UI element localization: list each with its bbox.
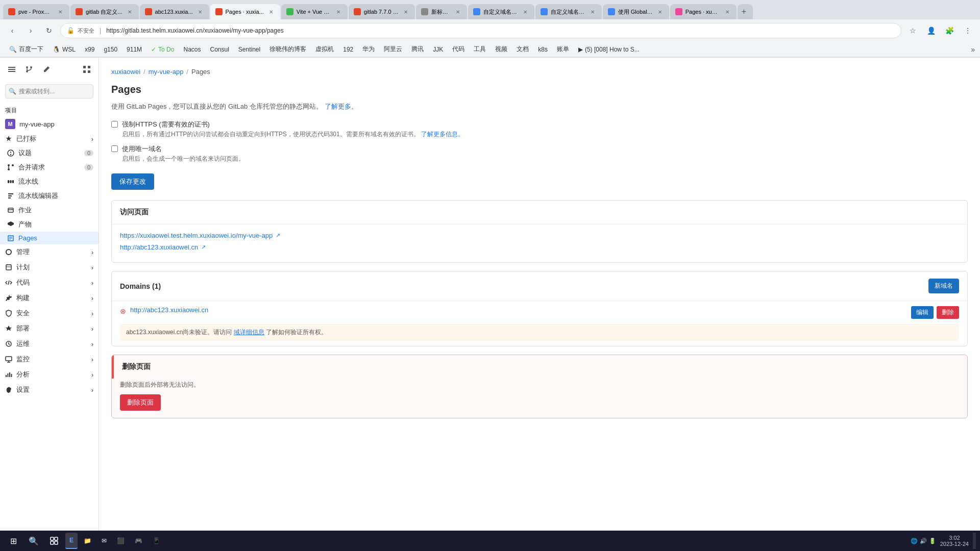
reload-button[interactable]: ↻ <box>42 23 56 38</box>
sidebar-item-ops[interactable]: 运维 › <box>0 336 99 352</box>
breadcrumb-my-vue-app[interactable]: my-vue-app <box>149 68 184 76</box>
bookmark-code[interactable]: 代码 <box>448 44 469 55</box>
bookmark-bills[interactable]: 账单 <box>553 44 573 55</box>
tab-close-icon[interactable]: ✕ <box>267 8 275 16</box>
tab-close-icon[interactable]: ✕ <box>126 8 134 16</box>
edit-icon-btn[interactable] <box>39 62 54 77</box>
visit-link-io[interactable]: https://xuxiaowei.test.helm.xuxiaowei.io… <box>120 232 959 239</box>
app-taskbar-2[interactable]: 📱 <box>149 533 164 549</box>
bookmark-sentinel[interactable]: Sentinel <box>234 45 264 54</box>
sidebar-item-code[interactable]: 代码 › <box>0 275 99 290</box>
browser-tab[interactable]: abc123.xuxia... ✕ <box>140 4 209 19</box>
volume-icon[interactable]: 🔊 <box>920 538 927 544</box>
domain-url-link[interactable]: http://abc123.xuxiaowei.cn <box>130 306 907 314</box>
tab-close-icon[interactable]: ✕ <box>589 8 597 16</box>
show-desktop-button[interactable] <box>973 533 976 549</box>
tab-close-icon[interactable]: ✕ <box>56 8 64 16</box>
terminal-taskbar-app[interactable]: ⬛ <box>113 533 129 549</box>
address-bar[interactable]: 🔓 不安全 | https://gitlab.test.helm.xuxiaow… <box>60 23 901 38</box>
new-tab-button[interactable]: + <box>738 4 753 19</box>
bookmark-tools[interactable]: 工具 <box>470 44 490 55</box>
taskbar-time[interactable]: 3:02 2023-12-24 <box>940 535 969 547</box>
bookmark-g150[interactable]: g150 <box>100 45 121 54</box>
network-icon[interactable]: 🌐 <box>911 538 918 544</box>
browser-tab[interactable]: 自定义域名和... ✕ <box>535 4 602 19</box>
learn-more-link[interactable]: 了解更多。 <box>325 103 358 110</box>
sidebar-item-build[interactable]: 构建 › <box>0 290 99 306</box>
sidebar-item-monitor[interactable]: 监控 › <box>0 352 99 367</box>
bookmark-video[interactable]: 视频 <box>491 44 511 55</box>
sidebar-item-issues[interactable]: 议题 0 <box>0 146 99 160</box>
tab-close-icon[interactable]: ✕ <box>196 8 204 16</box>
domain-delete-button[interactable]: 删除 <box>937 306 959 319</box>
browser-tab-active[interactable]: Pages · xuxia... ✕ <box>210 4 280 19</box>
task-view-button[interactable] <box>45 533 63 549</box>
back-button[interactable]: ‹ <box>5 23 19 38</box>
browser-tab[interactable]: gitlab 7.7.0 -... ✕ <box>349 4 415 19</box>
forward-button[interactable]: › <box>23 23 38 38</box>
profile-button[interactable]: 👤 <box>924 23 938 38</box>
sidebar-item-deploy[interactable]: 部署 › <box>0 321 99 336</box>
browser-tab[interactable]: gitlab 自定义... ✕ <box>70 4 139 19</box>
https-checkbox[interactable] <box>111 121 118 128</box>
grid-icon-btn[interactable] <box>79 62 94 77</box>
tab-close-icon[interactable]: ✕ <box>334 8 342 16</box>
https-learn-more-link[interactable]: 了解更多信息。 <box>421 131 464 138</box>
explorer-taskbar-app[interactable]: 📁 <box>80 533 95 549</box>
bookmarks-more-icon[interactable]: » <box>971 45 975 54</box>
unique-domain-checkbox[interactable] <box>111 145 118 152</box>
bookmark-button[interactable]: ☆ <box>905 23 920 38</box>
bookmark-nacos[interactable]: Nacos <box>179 45 205 54</box>
browser-tab[interactable]: Pages · xuxia... ✕ <box>670 4 737 19</box>
edge-taskbar-app[interactable]: E <box>65 533 78 549</box>
browser-tab[interactable]: Vite + Vue + ... ✕ <box>281 4 348 19</box>
extensions-button[interactable]: 🧩 <box>942 23 957 38</box>
tab-close-icon[interactable]: ✕ <box>454 8 462 16</box>
browser-tab[interactable]: 使用 Globals ... ✕ <box>603 4 669 19</box>
app-taskbar-1[interactable]: 🎮 <box>131 533 146 549</box>
bookmark-192[interactable]: 192 <box>339 45 357 54</box>
bookmark-wsl[interactable]: 🐧 WSL <box>48 45 80 54</box>
sidebar-item-settings[interactable]: 设置 › <box>0 382 99 397</box>
visit-link-cn[interactable]: http://abc123.xuxiaowei.cn ↗ <box>120 243 959 251</box>
breadcrumb-xuxiaowei[interactable]: xuxiaowei <box>111 68 140 76</box>
sidebar-item-bookmarked[interactable]: 已打标 › <box>0 132 99 146</box>
tab-close-icon[interactable]: ✕ <box>723 8 731 16</box>
tab-close-icon[interactable]: ✕ <box>656 8 664 16</box>
bookmark-vm[interactable]: 虚拟机 <box>311 44 338 55</box>
sidebar-item-admin[interactable]: 管理 › <box>0 244 99 260</box>
browser-tab[interactable]: 自定义域名和... ✕ <box>468 4 534 19</box>
bookmark-k8s[interactable]: k8s <box>534 45 552 54</box>
search-input[interactable] <box>5 84 93 98</box>
browser-tab[interactable]: 新标签页 ✕ <box>416 4 467 19</box>
tab-close-icon[interactable]: ✕ <box>521 8 529 16</box>
bookmark-docs[interactable]: 文档 <box>512 44 533 55</box>
bookmark-x99[interactable]: x99 <box>81 45 99 54</box>
tab-close-icon[interactable]: ✕ <box>402 8 410 16</box>
bookmark-tencent[interactable]: 腾讯 <box>407 44 428 55</box>
battery-icon[interactable]: 🔋 <box>929 538 936 544</box>
bookmark-how-to[interactable]: ▶ (5) [008] How to S... <box>574 45 644 54</box>
bookmark-consul[interactable]: Consul <box>206 45 233 54</box>
sidebar-item-jobs[interactable]: 作业 <box>0 203 99 217</box>
delete-pages-button[interactable]: 删除页面 <box>120 394 161 411</box>
bookmark-911m[interactable]: 911M <box>122 45 146 54</box>
bookmark-todo[interactable]: ✓ To Do <box>147 45 178 54</box>
merge-request-icon-btn[interactable] <box>21 62 37 77</box>
sidebar-item-merge-requests[interactable]: 合并请求 0 <box>0 160 99 174</box>
menu-button[interactable]: ⋮ <box>961 23 975 38</box>
bookmark-jjk[interactable]: JJK <box>429 45 447 54</box>
sidebar-item-analytics[interactable]: 分析 › <box>0 367 99 382</box>
domain-details-link[interactable]: 域详细信息 <box>234 329 264 336</box>
sidebar-item-artifacts[interactable]: 产物 <box>0 217 99 232</box>
bookmark-baiduyixia[interactable]: 🔍 百度一下 <box>5 44 47 55</box>
domain-edit-button[interactable]: 编辑 <box>911 306 934 319</box>
search-taskbar-button[interactable]: 🔍 <box>24 533 43 549</box>
bookmark-blog[interactable]: 徐晓伟的博客 <box>265 44 310 55</box>
browser-tab[interactable]: pve - Proxm... ✕ <box>3 4 69 19</box>
sidebar-item-pipeline-editor[interactable]: 流水线编辑器 <box>0 189 99 203</box>
mail-taskbar-app[interactable]: ✉ <box>97 533 111 549</box>
save-changes-button[interactable]: 保存更改 <box>111 173 154 190</box>
start-button[interactable]: ⊞ <box>4 533 22 549</box>
sidebar-toggle-button[interactable] <box>4 62 19 77</box>
